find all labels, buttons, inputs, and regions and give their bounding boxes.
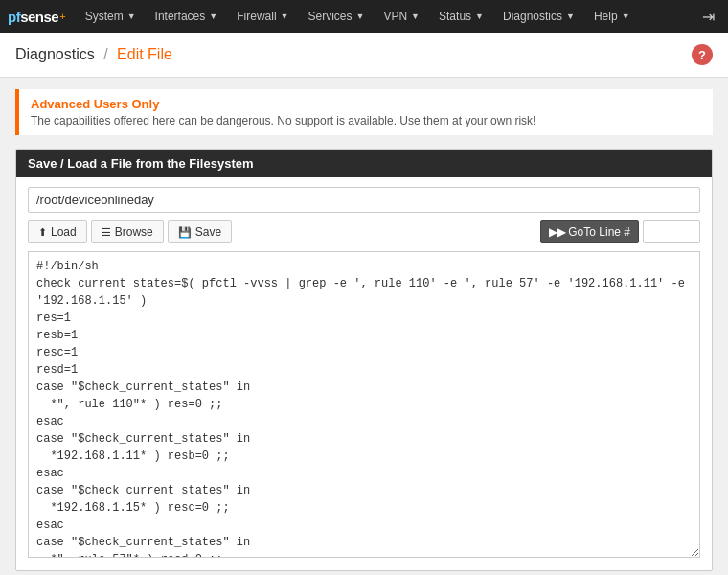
goto-play-icon: ▶▶	[549, 225, 566, 239]
breadcrumb: Diagnostics / Edit File	[15, 46, 172, 63]
warning-title: Advanced Users Only	[31, 97, 701, 111]
browse-icon: ☰	[102, 226, 111, 239]
nav-vpn[interactable]: VPN▼	[374, 0, 429, 33]
nav-system[interactable]: System▼	[76, 0, 146, 33]
nav-firewall[interactable]: Firewall▼	[227, 0, 298, 33]
nav-diagnostics[interactable]: Diagnostics▼	[493, 0, 584, 33]
brand: pfsense +	[8, 9, 66, 25]
page-header: Diagnostics / Edit File ?	[0, 33, 728, 78]
breadcrumb-parent[interactable]: Diagnostics	[15, 46, 95, 62]
code-editor[interactable]	[28, 251, 700, 558]
nav-status[interactable]: Status▼	[429, 0, 493, 33]
logo-plus: +	[59, 11, 65, 22]
save-button[interactable]: 💾 Save	[168, 220, 232, 243]
breadcrumb-current: Edit File	[117, 46, 172, 62]
goto-button[interactable]: ▶▶ GoTo Line #	[540, 220, 639, 243]
browse-button[interactable]: ☰ Browse	[91, 220, 164, 243]
nav-menu: System▼ Interfaces▼ Firewall▼ Services▼ …	[76, 0, 640, 33]
warning-text: The capabilities offered here can be dan…	[31, 114, 701, 127]
warning-panel: Advanced Users Only The capabilities off…	[15, 89, 713, 135]
save-icon: 💾	[178, 226, 192, 239]
load-icon: ⬆	[38, 226, 47, 239]
panel-heading: Save / Load a File from the Filesystem	[16, 150, 712, 177]
goto-line-input[interactable]	[643, 220, 700, 243]
navbar: pfsense + System▼ Interfaces▼ Firewall▼ …	[0, 0, 728, 33]
goto-line-group: ▶▶ GoTo Line #	[540, 220, 700, 243]
navbar-right: ⇥	[696, 8, 720, 26]
filepath-input[interactable]	[28, 187, 700, 213]
btn-toolbar: ⬆ Load ☰ Browse 💾 Save ▶▶ GoTo Line #	[28, 220, 700, 243]
panel-body: ⬆ Load ☰ Browse 💾 Save ▶▶ GoTo Line #	[16, 177, 712, 570]
nav-interfaces[interactable]: Interfaces▼	[146, 0, 228, 33]
nav-services[interactable]: Services▼	[298, 0, 374, 33]
logout-icon[interactable]: ⇥	[696, 9, 720, 25]
logo-text: pfsense	[8, 9, 58, 25]
main-panel: Save / Load a File from the Filesystem ⬆…	[15, 149, 713, 571]
breadcrumb-separator: /	[103, 46, 107, 62]
load-button[interactable]: ⬆ Load	[28, 220, 87, 243]
page-content: Advanced Users Only The capabilities off…	[0, 78, 728, 575]
help-button[interactable]: ?	[692, 44, 713, 65]
nav-help[interactable]: Help▼	[584, 0, 640, 33]
